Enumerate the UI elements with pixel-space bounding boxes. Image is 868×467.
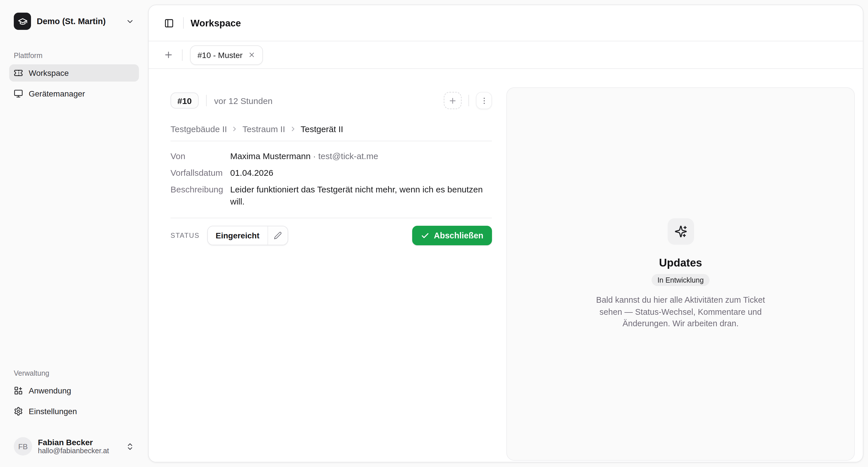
ticket-fields: Von Maxima Mustermann · test@tick-at.me … [170, 141, 492, 218]
user-name: Fabian Becker [38, 437, 120, 447]
field-label: Beschreibung [170, 183, 230, 207]
chevron-right-icon [231, 125, 239, 133]
topbar: Workspace [149, 5, 863, 41]
user-menu[interactable]: FB Fabian Becker hallo@fabianbecker.at [9, 430, 139, 462]
divider [206, 95, 207, 106]
field-beschreibung: Beschreibung Leider funktioniert das Tes… [170, 183, 492, 207]
sidebar-toggle-button[interactable] [162, 16, 176, 30]
sidebar-item-label: Workspace [29, 68, 69, 78]
status-row: STATUS Eingereicht Abschließen [170, 218, 492, 245]
page-title: Workspace [191, 18, 241, 28]
plus-icon [164, 50, 174, 60]
field-von: Von Maxima Mustermann · test@tick-at.me [170, 150, 492, 162]
add-button[interactable] [444, 92, 462, 109]
ticket-header: #10 vor 12 Stunden [170, 92, 492, 109]
sidebar-item-einstellungen[interactable]: Einstellungen [9, 403, 139, 420]
avatar: FB [14, 437, 32, 456]
chevrons-up-down-icon [126, 442, 134, 450]
content-area: #10 vor 12 Stunden Testgebäude II [149, 69, 863, 462]
plus-icon [448, 96, 457, 105]
reporter-name: Maxima Mustermann [230, 151, 311, 161]
section-label-plattform: Plattform [14, 52, 134, 60]
new-tab-button[interactable] [162, 49, 175, 61]
field-value: Maxima Mustermann · test@tick-at.me [230, 150, 492, 162]
breadcrumb-building[interactable]: Testgebäude II [170, 124, 227, 134]
chevron-right-icon [289, 125, 297, 133]
field-value: Leider funktioniert das Testgerät nicht … [230, 183, 492, 207]
finish-button[interactable]: Abschließen [412, 226, 492, 245]
finish-button-label: Abschließen [434, 231, 484, 240]
user-email: hallo@fabianbecker.at [38, 447, 120, 455]
sidebar-item-anwendung[interactable]: Anwendung [9, 382, 139, 399]
gear-icon [14, 407, 23, 416]
status-edit-button[interactable] [268, 226, 288, 245]
ticket-icon [14, 68, 23, 78]
divider [468, 95, 469, 106]
field-label: Von [170, 150, 230, 162]
separator-dot: · [313, 151, 316, 161]
updates-panel: Updates In Entwicklung Bald kannst du hi… [506, 87, 855, 461]
sidebar-item-label: Einstellungen [29, 407, 77, 416]
sidebar-item-label: Anwendung [29, 386, 71, 395]
sidebar-item-label: Gerätemanager [29, 89, 85, 98]
close-icon[interactable] [248, 51, 255, 59]
chevron-down-icon [126, 17, 134, 26]
breadcrumb-room[interactable]: Testraum II [243, 124, 285, 134]
divider [183, 17, 184, 29]
sidebar-nav-verwaltung: Verwaltung Anwendung Einstellungen [9, 369, 139, 420]
breadcrumb-device: Testgerät II [301, 124, 343, 134]
ticket-id-badge: #10 [170, 92, 198, 109]
status-label: STATUS [170, 232, 199, 239]
updates-description: Bald kannst du hier alle Aktivitäten zum… [588, 294, 773, 330]
graduation-cap-icon [14, 12, 31, 30]
sidebar: Demo (St. Martin) Plattform Workspace Ge… [0, 0, 148, 467]
pencil-icon [274, 232, 282, 239]
divider [182, 49, 183, 61]
ticket-detail: #10 vor 12 Stunden Testgebäude II [170, 87, 492, 462]
field-vorfallsdatum: Vorfallsdatum 01.04.2026 [170, 167, 492, 179]
sidebar-item-geraetemanager[interactable]: Gerätemanager [9, 85, 139, 102]
ticket-actions [444, 92, 492, 109]
more-options-button[interactable] [476, 92, 492, 109]
org-name: Demo (St. Martin) [37, 17, 120, 26]
sidebar-item-workspace[interactable]: Workspace [9, 64, 139, 82]
sidebar-spacer [9, 102, 139, 369]
field-label: Vorfallsdatum [170, 167, 230, 179]
check-icon [421, 231, 429, 240]
status-badge: In Entwicklung [652, 274, 709, 286]
status-control: Eingereicht [207, 226, 288, 245]
reporter-email: test@tick-at.me [318, 151, 378, 161]
field-value: 01.04.2026 [230, 167, 492, 179]
org-switcher[interactable]: Demo (St. Martin) [9, 8, 139, 34]
tab-label: #10 - Muster [197, 50, 243, 59]
section-label-verwaltung: Verwaltung [14, 369, 134, 377]
sparkles-icon [668, 218, 694, 245]
tab-ticket-10[interactable]: #10 - Muster [190, 45, 262, 65]
updates-title: Updates [659, 257, 702, 270]
main-panel: Workspace #10 - Muster #10 vor 12 Stunde… [148, 5, 863, 462]
monitor-icon [14, 89, 23, 98]
status-value-button[interactable]: Eingereicht [208, 226, 268, 245]
app-root: Demo (St. Martin) Plattform Workspace Ge… [0, 0, 868, 467]
user-meta: Fabian Becker hallo@fabianbecker.at [38, 437, 120, 455]
ellipsis-vertical-icon [479, 96, 488, 105]
ticket-age: vor 12 Stunden [214, 96, 273, 106]
tabbar: #10 - Muster [149, 41, 863, 69]
breadcrumb: Testgebäude II Testraum II Testgerät II [170, 124, 492, 141]
grid-plus-icon [14, 386, 23, 395]
panel-left-icon [164, 18, 174, 28]
sidebar-nav-plattform: Workspace Gerätemanager [9, 64, 139, 102]
